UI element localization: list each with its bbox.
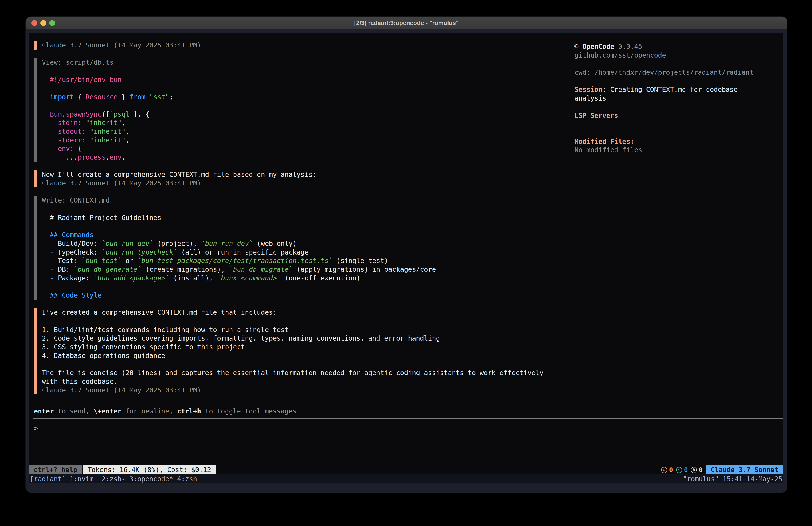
terminal-line: View: script/db.ts [42, 58, 543, 67]
sidebar-line [575, 77, 754, 86]
terminal-line: ...process.env, [42, 153, 543, 162]
terminal-content: Claude 3.7 Sonnet (14 May 2025 03:41 PM)… [26, 29, 787, 493]
terminal-line: ## Commands [42, 231, 543, 239]
sidebar-line: github.com/sst/opencode [575, 51, 754, 60]
sidebar-line: LSP Servers [575, 111, 754, 120]
sidebar-line: © OpenCode 0.0.45 [575, 42, 754, 51]
terminal-line: Claude 3.7 Sonnet (14 May 2025 03:41 PM) [42, 179, 543, 188]
sidebar-line: No modified files [575, 146, 754, 155]
conversation-transcript: Claude 3.7 Sonnet (14 May 2025 03:41 PM)… [42, 41, 543, 395]
input-separator [33, 418, 783, 419]
model-chip[interactable]: Claude 3.7 Sonnet [706, 465, 783, 474]
terminal-line [42, 101, 543, 110]
terminal-line: #!/usr/bin/env bun [42, 75, 543, 84]
sidebar-line [575, 103, 754, 111]
sidebar-line: Session: Creating CONTEXT.md for codebas… [575, 85, 754, 94]
warning-count: 0 [669, 466, 673, 474]
info-count: 0 [684, 466, 688, 474]
terminal-line: env: { [42, 144, 543, 153]
opencode-tui: Claude 3.7 Sonnet (14 May 2025 03:41 PM)… [29, 33, 783, 474]
terminal-line [42, 205, 543, 214]
terminal-line: # Radiant Project Guidelines [42, 214, 543, 222]
terminal-line: Claude 3.7 Sonnet (14 May 2025 03:41 PM) [42, 386, 543, 395]
window-title: [2/3] radiant:3:opencode - "romulus" [354, 19, 459, 27]
terminal-line: 2. Code style guidelines covering import… [42, 334, 543, 343]
terminal-line [42, 300, 543, 309]
terminal-line: Write: CONTEXT.md [42, 196, 543, 205]
terminal-line: 4. Database operations guidance [42, 352, 543, 360]
sidebar-line: analysis [575, 94, 754, 103]
terminal-line: ## Code Style [42, 291, 543, 300]
terminal-line: Bun.spawnSync([`psql`], { [42, 110, 543, 119]
terminal-line [42, 67, 543, 75]
terminal-window: [2/3] radiant:3:opencode - "romulus" Cla… [26, 17, 787, 493]
tool-write-bar [34, 196, 37, 300]
terminal-line [42, 282, 543, 291]
status-bar: ctrl+? help Tokens: 16.4K (8%), Cost: $0… [29, 465, 783, 474]
hint-icon: h [691, 467, 697, 473]
minimize-button-icon[interactable] [40, 20, 46, 26]
terminal-line: - Test: `bun test` or `bun test packages… [42, 257, 543, 265]
assistant-message-bar [34, 41, 37, 50]
hint-count: 0 [699, 466, 702, 474]
terminal-line [42, 222, 543, 231]
sidebar-line: cwd: /home/thdxr/dev/projects/radiant/ra… [575, 68, 754, 77]
prompt-input[interactable]: > [34, 424, 38, 432]
terminal-line: stdin: "inherit", [42, 118, 543, 127]
terminal-line: 1. Build/lint/test commands including ho… [42, 326, 543, 334]
keybinding-hint: enter to send, \+enter for newline, ctrl… [34, 407, 296, 416]
hint-diagnostics: h 0 [691, 466, 702, 474]
terminal-line [42, 50, 543, 58]
sidebar-line [575, 120, 754, 129]
terminal-line: I've created a comprehensive CONTEXT.md … [42, 308, 543, 317]
terminal-line [42, 360, 543, 369]
assistant-message-bar [34, 308, 37, 395]
terminal-line [42, 317, 543, 326]
assistant-message-bar [34, 170, 37, 187]
terminal-line [42, 84, 543, 93]
tmux-session-clock: "romulus" 15:41 14-May-25 [683, 475, 782, 483]
terminal-line: with this codebase. [42, 377, 543, 386]
info-icon: i [676, 467, 682, 473]
tmux-window-list[interactable]: [radiant] 1:nvim 2:zsh- 3:opencode* 4:zs… [30, 475, 197, 483]
warning-diagnostics: w 0 [661, 466, 673, 474]
terminal-line: - DB: `bun db generate` (create migratio… [42, 265, 543, 274]
window-titlebar[interactable]: [2/3] radiant:3:opencode - "romulus" [26, 17, 787, 29]
session-sidebar: © OpenCode 0.0.45 github.com/sst/opencod… [575, 42, 754, 155]
terminal-line: Claude 3.7 Sonnet (14 May 2025 03:41 PM) [42, 41, 543, 50]
tool-view-bar [34, 58, 37, 161]
tokens-cost-chip: Tokens: 16.4K (8%), Cost: $0.12 [83, 465, 216, 474]
terminal-line: stderr: "inherit", [42, 136, 543, 145]
close-button-icon[interactable] [31, 20, 37, 26]
terminal-line [42, 162, 543, 171]
terminal-line: import { Resource } from "sst"; [42, 93, 543, 101]
terminal-line: The file is concise (20 lines) and captu… [42, 369, 543, 377]
sidebar-line: Modified Files: [575, 137, 754, 146]
terminal-line: - Build/Dev: `bun run dev` (project), `b… [42, 239, 543, 248]
terminal-line: 3. CSS styling conventions specific to t… [42, 343, 543, 352]
sidebar-line [575, 129, 754, 137]
terminal-line [42, 188, 543, 196]
tmux-status-bar: [radiant] 1:nvim 2:zsh- 3:opencode* 4:zs… [29, 474, 783, 483]
terminal-line: - TypeCheck: `bun run typecheck` (all) o… [42, 248, 543, 257]
terminal-line: - Package: `bun add <package>` (install)… [42, 274, 543, 283]
sidebar-line [575, 59, 754, 68]
warning-icon: w [661, 467, 667, 473]
terminal-line: stdout: "inherit", [42, 127, 543, 136]
terminal-line: Now I'll create a comprehensive CONTEXT.… [42, 170, 543, 179]
info-diagnostics: i 0 [676, 466, 688, 474]
help-chip[interactable]: ctrl+? help [29, 465, 82, 474]
maximize-button-icon[interactable] [49, 20, 55, 26]
